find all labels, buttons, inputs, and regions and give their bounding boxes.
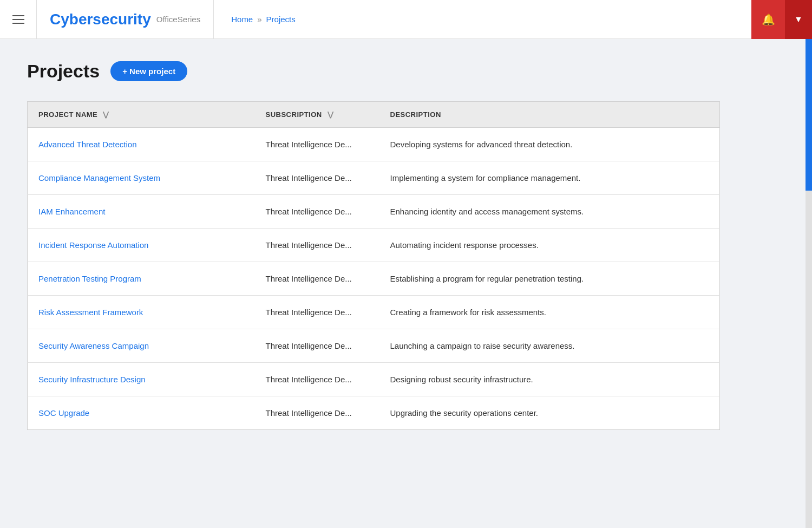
project-name-cell: Incident Response Automation [28,229,255,262]
description-cell: Establishing a program for regular penet… [379,262,720,296]
page-title: Projects [27,61,100,82]
notifications-button[interactable]: 🔔 [751,0,785,39]
description-cell: Enhancing identity and access management… [379,195,720,229]
brand-title: Cybersecurity [50,11,151,28]
projects-table: PROJECT NAME ⋁ SUBSCRIPTION ⋁ DESCRIPTIO… [27,101,720,430]
subscription-cell: Threat Intelligence De... [255,363,379,396]
project-name-link[interactable]: Security Infrastructure Design [38,375,146,384]
subscription-cell: Threat Intelligence De... [255,329,379,363]
nav-home-link[interactable]: Home [231,15,253,24]
project-name-link[interactable]: SOC Upgrade [38,408,89,418]
user-menu-button[interactable]: ▼ [785,0,812,39]
table-row: SOC UpgradeThreat Intelligence De...Upgr… [28,396,720,430]
project-name-link[interactable]: Risk Assessment Framework [38,308,143,317]
page-header: Projects + New project [27,61,720,82]
col-project-name: PROJECT NAME ⋁ [28,102,255,128]
project-name-cell: Security Awareness Campaign [28,329,255,363]
menu-button[interactable] [0,0,37,39]
subscription-cell: Threat Intelligence De... [255,128,379,161]
subscription-cell: Threat Intelligence De... [255,161,379,195]
project-name-link[interactable]: Security Awareness Campaign [38,341,149,350]
table-row: Compliance Management SystemThreat Intel… [28,161,720,195]
project-name-cell: Risk Assessment Framework [28,296,255,329]
scrollbar[interactable] [806,39,812,528]
project-name-cell: SOC Upgrade [28,396,255,430]
brand-subtitle: OfficeSeries [156,15,200,24]
subscription-cell: Threat Intelligence De... [255,296,379,329]
table-body: Advanced Threat DetectionThreat Intellig… [28,128,720,430]
subscription-cell: Threat Intelligence De... [255,396,379,430]
table-row: Risk Assessment FrameworkThreat Intellig… [28,296,720,329]
table-row: IAM EnhancementThreat Intelligence De...… [28,195,720,229]
description-cell: Creating a framework for risk assessment… [379,296,720,329]
bell-icon: 🔔 [762,13,775,26]
project-name-filter-icon[interactable]: ⋁ [103,110,109,119]
description-cell: Upgrading the security operations center… [379,396,720,430]
table-row: Penetration Testing ProgramThreat Intell… [28,262,720,296]
main-content: Projects + New project PROJECT NAME ⋁ SU… [0,39,747,452]
project-name-cell: IAM Enhancement [28,195,255,229]
header-row: PROJECT NAME ⋁ SUBSCRIPTION ⋁ DESCRIPTIO… [28,102,720,128]
project-name-cell: Security Infrastructure Design [28,363,255,396]
description-cell: Launching a campaign to raise security a… [379,329,720,363]
description-cell: Designing robust security infrastructure… [379,363,720,396]
hamburger-icon [12,15,24,24]
description-cell: Implementing a system for compliance man… [379,161,720,195]
subscription-cell: Threat Intelligence De... [255,229,379,262]
nav-separator: » [257,15,261,24]
project-name-link[interactable]: Penetration Testing Program [38,274,141,283]
description-cell: Developing systems for advanced threat d… [379,128,720,161]
project-name-link[interactable]: Incident Response Automation [38,240,148,250]
project-name-link[interactable]: Advanced Threat Detection [38,140,137,149]
scroll-thumb [806,39,812,191]
table-header: PROJECT NAME ⋁ SUBSCRIPTION ⋁ DESCRIPTIO… [28,102,720,128]
table-row: Advanced Threat DetectionThreat Intellig… [28,128,720,161]
project-name-link[interactable]: IAM Enhancement [38,207,105,216]
col-subscription: SUBSCRIPTION ⋁ [255,102,379,128]
breadcrumb: Home » Projects [214,15,313,24]
header: Cybersecurity OfficeSeries Home » Projec… [0,0,812,39]
subscription-filter-icon[interactable]: ⋁ [328,110,334,119]
subscription-cell: Threat Intelligence De... [255,262,379,296]
project-name-cell: Compliance Management System [28,161,255,195]
table-row: Incident Response AutomationThreat Intel… [28,229,720,262]
project-name-cell: Advanced Threat Detection [28,128,255,161]
brand-area: Cybersecurity OfficeSeries [37,0,214,39]
subscription-cell: Threat Intelligence De... [255,195,379,229]
header-actions: 🔔 ▼ [751,0,812,39]
table-row: Security Awareness CampaignThreat Intell… [28,329,720,363]
table-row: Security Infrastructure DesignThreat Int… [28,363,720,396]
chevron-down-icon: ▼ [794,15,803,24]
project-name-cell: Penetration Testing Program [28,262,255,296]
col-description: DESCRIPTION [379,102,720,128]
description-cell: Automating incident response processes. [379,229,720,262]
project-name-link[interactable]: Compliance Management System [38,173,160,182]
nav-current: Projects [266,15,296,24]
new-project-button[interactable]: + New project [110,61,187,81]
